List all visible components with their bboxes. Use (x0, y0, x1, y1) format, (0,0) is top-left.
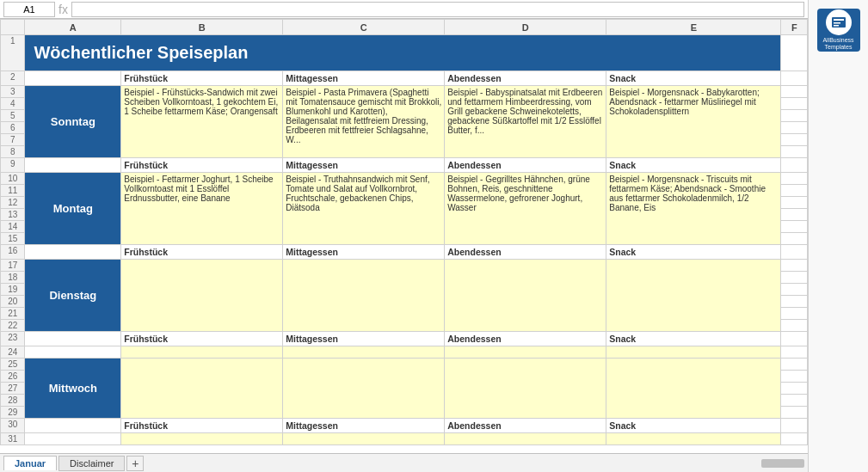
cell-f1[interactable] (781, 35, 808, 71)
cell-e30[interactable]: Snack (606, 419, 781, 433)
cell-f10[interactable] (781, 173, 808, 185)
cell-c31[interactable] (283, 433, 445, 445)
cell-f7[interactable] (781, 134, 808, 146)
cell-e23[interactable]: Snack (606, 332, 781, 346)
cell-a30[interactable] (25, 419, 121, 433)
cell-f11[interactable] (781, 185, 808, 197)
col-header-e[interactable]: E (606, 20, 781, 35)
cell-f15[interactable] (781, 233, 808, 245)
cell-a31[interactable] (25, 433, 121, 445)
cell-a2[interactable] (25, 71, 121, 86)
montag-mittagessen[interactable]: Beispiel - Truthahnsandwich mit Senf, To… (283, 173, 445, 245)
cell-b2[interactable]: Frühstück (121, 71, 283, 86)
dienstag-abendessen[interactable] (445, 260, 606, 332)
cell-f17[interactable] (781, 260, 808, 272)
cell-a16[interactable] (25, 245, 121, 260)
mittwoch-cell[interactable]: Mittwoch (25, 359, 121, 419)
dienstag-snack[interactable] (606, 260, 781, 332)
cell-f29[interactable] (781, 407, 808, 419)
cell-e16[interactable]: Snack (606, 245, 781, 260)
tab-add-button[interactable]: + (126, 456, 144, 471)
tab-disclaimer[interactable]: Disclaimer (58, 456, 125, 471)
cell-f5[interactable] (781, 110, 808, 122)
cell-f28[interactable] (781, 395, 808, 407)
cell-f23[interactable] (781, 332, 808, 346)
cell-d24[interactable] (445, 346, 606, 359)
cell-f21[interactable] (781, 308, 808, 320)
cell-b16[interactable]: Frühstück (121, 245, 283, 260)
cell-f13[interactable] (781, 209, 808, 221)
cell-f22[interactable] (781, 320, 808, 332)
cell-e2[interactable]: Snack (606, 71, 781, 86)
cell-f9[interactable] (781, 158, 808, 173)
cell-f25[interactable] (781, 359, 808, 371)
col-header-a[interactable]: A (25, 20, 121, 35)
cell-b23[interactable]: Frühstück (121, 332, 283, 346)
table-row: 1 Wöchentlicher Speiseplan (1, 35, 808, 71)
cell-b24[interactable] (121, 346, 283, 359)
horizontal-scrollbar-thumb[interactable] (761, 459, 804, 468)
mittwoch-snack[interactable] (606, 359, 781, 419)
name-box[interactable] (3, 2, 55, 17)
sonntag-snack[interactable]: Beispiel - Morgensnack - Babykarotten; A… (606, 86, 781, 158)
cell-f18[interactable] (781, 272, 808, 284)
cell-f4[interactable] (781, 98, 808, 110)
cell-f27[interactable] (781, 383, 808, 395)
cell-d16[interactable]: Abendessen (445, 245, 606, 260)
cell-f16[interactable] (781, 245, 808, 260)
mittwoch-fruehstueck[interactable] (121, 359, 283, 419)
col-header-c[interactable]: C (283, 20, 445, 35)
cell-c9[interactable]: Mittagessen (283, 158, 445, 173)
cell-e31[interactable] (606, 433, 781, 445)
montag-abendessen[interactable]: Beispiel - Gegrilltes Hähnchen, grüne Bo… (445, 173, 606, 245)
dienstag-cell[interactable]: Dienstag (25, 260, 121, 332)
cell-f2[interactable] (781, 71, 808, 86)
col-header-d[interactable]: D (445, 20, 606, 35)
sonntag-fruehstueck[interactable]: Beispiel - Frühstücks-Sandwich mit zwei … (121, 86, 283, 158)
montag-snack[interactable]: Beispiel - Morgensnack - Triscuits mit f… (606, 173, 781, 245)
cell-f24[interactable] (781, 346, 808, 359)
cell-f19[interactable] (781, 284, 808, 296)
cell-f30[interactable] (781, 419, 808, 433)
dienstag-mittagessen[interactable] (283, 260, 445, 332)
cell-e24[interactable] (606, 346, 781, 359)
formula-input[interactable] (71, 2, 804, 17)
sonntag-abendessen[interactable]: Beispiel - Babyspinatsalat mit Erdbeeren… (445, 86, 606, 158)
cell-d9[interactable]: Abendessen (445, 158, 606, 173)
cell-e9[interactable]: Snack (606, 158, 781, 173)
cell-f20[interactable] (781, 296, 808, 308)
mittwoch-mittagessen[interactable] (283, 359, 445, 419)
cell-f8[interactable] (781, 146, 808, 158)
cell-f14[interactable] (781, 221, 808, 233)
cell-d31[interactable] (445, 433, 606, 445)
sonntag-cell[interactable]: Sonntag (25, 86, 121, 158)
cell-f6[interactable] (781, 122, 808, 134)
cell-c23[interactable]: Mittagessen (283, 332, 445, 346)
montag-cell[interactable]: Montag (25, 173, 121, 245)
cell-c30[interactable]: Mittagessen (283, 419, 445, 433)
mittwoch-abendessen[interactable] (445, 359, 606, 419)
tab-januar[interactable]: Januar (3, 456, 57, 470)
cell-c24[interactable] (283, 346, 445, 359)
cell-c16[interactable]: Mittagessen (283, 245, 445, 260)
cell-f26[interactable] (781, 371, 808, 383)
cell-f31[interactable] (781, 433, 808, 445)
cell-a9[interactable] (25, 158, 121, 173)
dienstag-fruehstueck[interactable] (121, 260, 283, 332)
cell-a24[interactable] (25, 346, 121, 359)
montag-fruehstueck[interactable]: Beispiel - Fettarmer Joghurt, 1 Scheibe … (121, 173, 283, 245)
sonntag-mittagessen[interactable]: Beispiel - Pasta Primavera (Spaghetti mi… (283, 86, 445, 158)
cell-f3[interactable] (781, 86, 808, 98)
cell-c2[interactable]: Mittagessen (283, 71, 445, 86)
cell-d30[interactable]: Abendessen (445, 419, 606, 433)
cell-a23[interactable] (25, 332, 121, 346)
cell-b30[interactable]: Frühstück (121, 419, 283, 433)
cell-d2[interactable]: Abendessen (445, 71, 606, 86)
col-header-b[interactable]: B (121, 20, 283, 35)
col-header-f[interactable]: F (781, 20, 808, 35)
cell-f12[interactable] (781, 197, 808, 209)
cell-b9[interactable]: Frühstück (121, 158, 283, 173)
cell-b31[interactable] (121, 433, 283, 445)
cell-d23[interactable]: Abendessen (445, 332, 606, 346)
title-cell[interactable]: Wöchentlicher Speiseplan (25, 35, 781, 71)
